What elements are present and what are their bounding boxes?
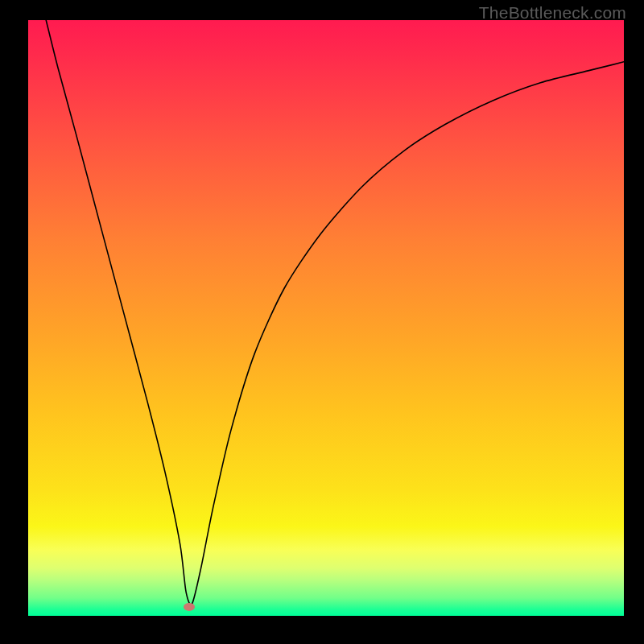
chart-frame: TheBottleneck.com [0, 0, 644, 644]
plot-area [28, 20, 624, 616]
minimum-marker [184, 603, 195, 611]
bottleneck-curve [28, 20, 624, 616]
